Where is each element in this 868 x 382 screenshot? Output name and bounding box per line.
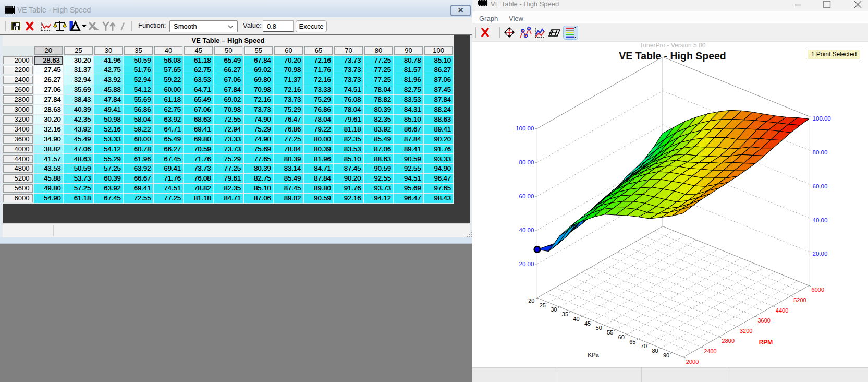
svg-text:2400: 2400 bbox=[704, 348, 716, 354]
svg-text:RPM: RPM bbox=[759, 339, 773, 346]
svg-text:30: 30 bbox=[551, 306, 557, 313]
svg-text:60.00: 60.00 bbox=[813, 183, 828, 189]
svg-text:40.00: 40.00 bbox=[519, 227, 534, 233]
svg-text:4400: 4400 bbox=[776, 307, 788, 314]
svg-text:100.00: 100.00 bbox=[813, 115, 831, 122]
svg-text:KPa: KPa bbox=[588, 352, 599, 358]
svg-text:3600: 3600 bbox=[757, 317, 770, 324]
svg-text:65: 65 bbox=[629, 339, 635, 345]
svg-text:5200: 5200 bbox=[793, 297, 806, 303]
svg-text:60.00: 60.00 bbox=[519, 193, 534, 199]
svg-text:90: 90 bbox=[663, 352, 669, 359]
svg-text:20.00: 20.00 bbox=[519, 261, 534, 267]
svg-text:60: 60 bbox=[618, 334, 625, 340]
svg-text:40.00: 40.00 bbox=[813, 217, 828, 223]
svg-text:35: 35 bbox=[562, 311, 568, 317]
svg-text:50: 50 bbox=[596, 325, 602, 331]
svg-text:20.00: 20.00 bbox=[813, 250, 828, 257]
svg-text:45: 45 bbox=[584, 320, 591, 327]
svg-text:100.00: 100.00 bbox=[516, 125, 534, 132]
svg-text:40: 40 bbox=[573, 316, 579, 322]
svg-text:2800: 2800 bbox=[722, 338, 735, 344]
svg-text:55: 55 bbox=[607, 329, 613, 336]
svg-text:80.00: 80.00 bbox=[519, 159, 534, 165]
svg-text:3200: 3200 bbox=[740, 328, 752, 334]
svg-text:70: 70 bbox=[641, 343, 647, 349]
svg-text:25: 25 bbox=[540, 302, 546, 308]
svg-text:6000: 6000 bbox=[812, 286, 824, 293]
svg-text:20: 20 bbox=[528, 297, 534, 304]
svg-text:80.00: 80.00 bbox=[813, 149, 828, 156]
svg-text:80: 80 bbox=[652, 348, 658, 354]
svg-text:2000: 2000 bbox=[686, 359, 699, 365]
